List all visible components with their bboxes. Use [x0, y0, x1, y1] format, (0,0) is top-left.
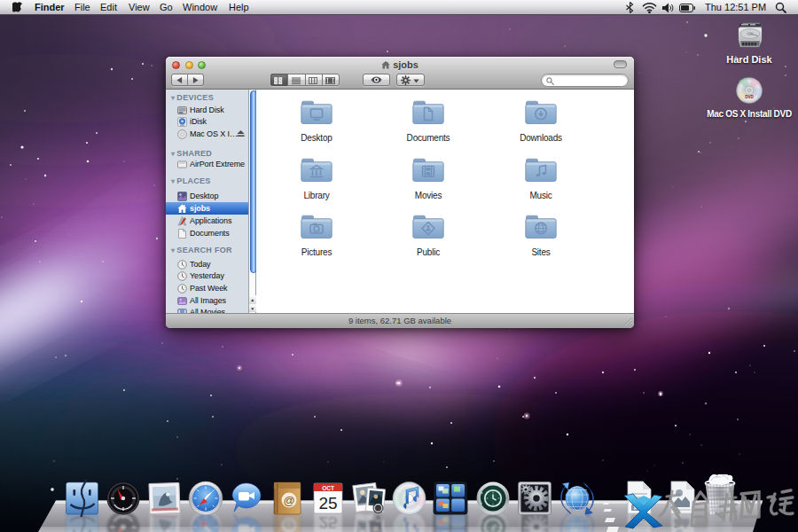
svg-text:DVD: DVD	[745, 95, 754, 99]
